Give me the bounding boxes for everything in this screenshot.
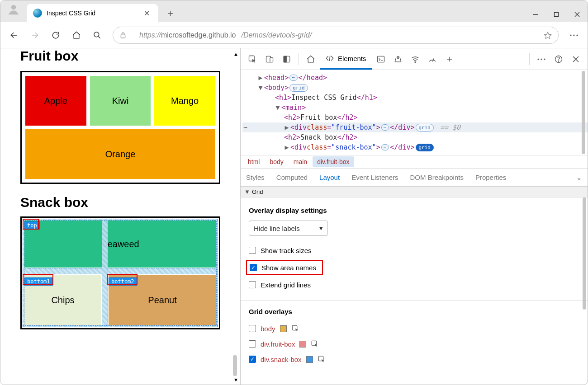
crumb-body[interactable]: body	[265, 156, 288, 167]
devtools-tabbar: Elements	[241, 48, 588, 70]
devtools: Elements ▶<head>⋯</head> ▼<body> grid	[240, 48, 588, 385]
profile-icon[interactable]	[7, 3, 20, 16]
overlay-snack-box[interactable]: ✓div.snack-box	[249, 352, 579, 366]
more-tabs[interactable]	[441, 51, 458, 67]
snack-box: Seaweed Chips Peanut top bottom1 bottom2	[20, 216, 220, 329]
edge-favicon	[33, 9, 42, 18]
url-text: https://microsoftedge.github.io/Demos/de…	[134, 31, 544, 39]
svg-point-29	[541, 58, 542, 60]
reveal-icon[interactable]	[318, 355, 326, 363]
window-close[interactable]	[567, 7, 588, 22]
svg-point-28	[537, 58, 539, 60]
fruit-kiwi: Kiwi	[90, 76, 151, 126]
overlay-body[interactable]: body	[249, 322, 579, 335]
tab-close-icon[interactable]: ✕	[142, 9, 152, 18]
help-icon[interactable]	[550, 51, 567, 67]
elements-tab[interactable]: Elements	[320, 49, 372, 70]
reveal-icon[interactable]	[291, 324, 299, 333]
tab-props[interactable]: Properties	[474, 171, 507, 184]
check-track-sizes[interactable]: Show track sizes	[249, 243, 579, 258]
performance-tab[interactable]	[424, 51, 441, 67]
inspect-icon[interactable]	[244, 51, 261, 67]
svg-point-0	[11, 5, 16, 10]
tab-events[interactable]: Event Listeners	[351, 171, 399, 184]
check-extend-lines[interactable]: Extend grid lines	[249, 277, 579, 292]
reveal-icon[interactable]	[311, 340, 319, 348]
menu-button[interactable]	[565, 26, 583, 44]
welcome-tab[interactable]	[303, 51, 319, 67]
grid-section-header[interactable]: ▼Grid	[241, 187, 588, 197]
back-button[interactable]	[5, 26, 23, 44]
console-tab[interactable]	[373, 51, 389, 67]
page-scrollbar[interactable]: ▴▾	[232, 50, 239, 383]
reload-button[interactable]	[47, 26, 65, 44]
search-button[interactable]	[88, 26, 106, 44]
fruit-apple: Apple	[25, 76, 86, 126]
dom-scrollbar[interactable]	[580, 71, 587, 154]
network-tab[interactable]	[407, 51, 423, 67]
page-viewport: Fruit box Apple Kiwi Mango Orange Snack …	[0, 48, 240, 385]
grid-overlays-heading: Grid overlays	[249, 308, 579, 315]
tab-title: Inspect CSS Grid	[47, 9, 142, 17]
svg-point-32	[558, 61, 559, 61]
new-tab-button[interactable]: ＋	[162, 5, 179, 21]
layout-panel: Overlay display settings Hide line label…	[241, 197, 588, 385]
line-labels-select[interactable]: Hide line labels ▾	[249, 221, 328, 236]
snack-heading: Snack box	[20, 195, 220, 210]
tab-dom-bp[interactable]: DOM Breakpoints	[409, 171, 465, 184]
check-area-names[interactable]: ✓Show area names	[246, 260, 323, 275]
snack-seaweed: Seaweed	[24, 221, 216, 268]
window-maximize[interactable]	[546, 7, 567, 22]
svg-rect-20	[377, 56, 384, 62]
devtools-menu-icon[interactable]	[533, 51, 550, 67]
favorite-icon[interactable]	[544, 31, 552, 39]
svg-rect-18	[284, 56, 286, 62]
address-bar[interactable]: https://microsoftedge.github.io/Demos/de…	[113, 27, 559, 44]
home-button[interactable]	[67, 26, 85, 44]
svg-point-12	[573, 34, 574, 36]
window-minimize[interactable]	[525, 7, 546, 22]
svg-line-8	[99, 36, 100, 38]
svg-point-11	[570, 34, 571, 36]
svg-rect-9	[121, 35, 125, 38]
overlay-fruit-box[interactable]: div.fruit-box	[249, 337, 579, 351]
tab-styles[interactable]: Styles	[245, 171, 266, 184]
fruit-box: Apple Kiwi Mango Orange	[20, 71, 220, 184]
fruit-orange: Orange	[25, 129, 215, 179]
chevron-down-icon[interactable]: ⌄	[575, 171, 583, 184]
layout-scrollbar[interactable]	[581, 197, 588, 385]
fruit-heading: Fruit box	[20, 48, 220, 64]
crumb-html[interactable]: html	[243, 156, 264, 167]
dom-selected-row: ▶<div class="fruit-box">⋯</div> grid== $…	[242, 122, 588, 132]
svg-line-19	[329, 56, 330, 61]
svg-point-24	[415, 61, 416, 62]
nav-toolbar: https://microsoftedge.github.io/Demos/de…	[0, 22, 588, 48]
forward-button	[26, 26, 44, 44]
code-icon	[325, 54, 334, 63]
tab-layout[interactable]: Layout	[318, 171, 341, 184]
breadcrumbs[interactable]: html body main div.fruit-box	[241, 155, 588, 169]
crumb-main[interactable]: main	[289, 156, 312, 167]
snack-chips: Chips	[24, 275, 101, 325]
devtools-close-icon[interactable]	[568, 51, 584, 67]
fruit-mango: Mango	[154, 76, 215, 126]
svg-point-13	[576, 34, 578, 36]
svg-marker-10	[545, 32, 551, 38]
chevron-down-icon: ▾	[319, 224, 323, 232]
sources-tab[interactable]	[390, 51, 406, 67]
titlebar: Inspect CSS Grid ✕ ＋	[0, 0, 588, 22]
styles-panel-tabs: Styles Computed Layout Event Listeners D…	[241, 169, 588, 187]
lock-icon	[119, 32, 127, 39]
device-icon[interactable]	[261, 51, 278, 67]
tab-computed[interactable]: Computed	[275, 171, 308, 184]
snack-peanut: Peanut	[109, 275, 216, 325]
dom-tree[interactable]: ▶<head>⋯</head> ▼<body> grid <h1>Inspect…	[241, 70, 588, 155]
svg-rect-16	[270, 57, 273, 62]
svg-point-7	[94, 32, 99, 37]
dock-icon[interactable]	[279, 51, 295, 67]
browser-tab[interactable]: Inspect CSS Grid ✕	[27, 4, 158, 22]
svg-rect-2	[555, 13, 559, 17]
overlay-settings-heading: Overlay display settings	[249, 207, 579, 214]
svg-point-30	[544, 58, 545, 60]
crumb-selected[interactable]: div.fruit-box	[313, 156, 354, 167]
